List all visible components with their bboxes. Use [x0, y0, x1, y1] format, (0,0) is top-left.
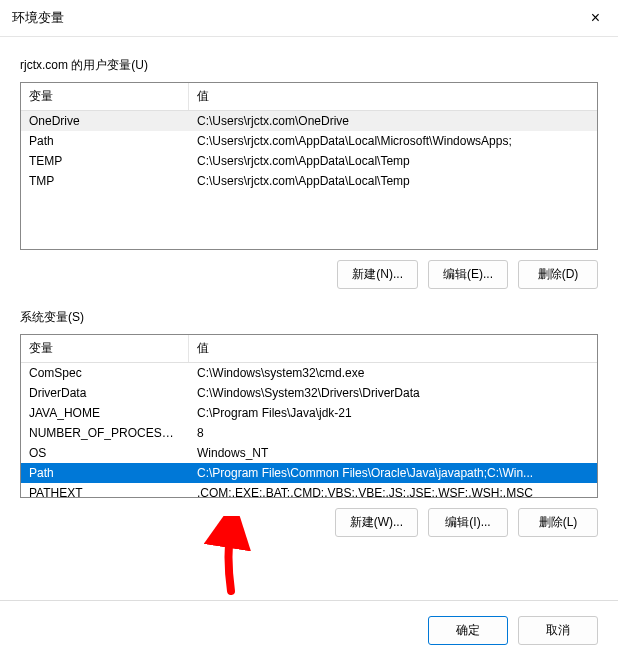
system-buttons: 新建(W)... 编辑(I)... 删除(L)	[20, 508, 598, 537]
close-icon[interactable]: ×	[585, 8, 606, 28]
col-header-value[interactable]: 值	[189, 335, 597, 362]
system-vars-list[interactable]: 变量 值 ComSpec C:\Windows\system32\cmd.exe…	[20, 334, 598, 498]
user-edit-button[interactable]: 编辑(E)...	[428, 260, 508, 289]
cell-name: ComSpec	[21, 365, 189, 381]
table-row[interactable]: TEMP C:\Users\rjctx.com\AppData\Local\Te…	[21, 151, 597, 171]
cell-name: DriverData	[21, 385, 189, 401]
cell-value: C:\Program Files\Java\jdk-21	[189, 405, 597, 421]
table-row[interactable]: Path C:\Users\rjctx.com\AppData\Local\Mi…	[21, 131, 597, 151]
cell-name: PATHEXT	[21, 485, 189, 498]
cell-name: TMP	[21, 173, 189, 189]
cell-name: Path	[21, 465, 189, 481]
cell-name: NUMBER_OF_PROCESSORS	[21, 425, 189, 441]
system-vars-label: 系统变量(S)	[20, 309, 598, 326]
system-edit-button[interactable]: 编辑(I)...	[428, 508, 508, 537]
system-new-button[interactable]: 新建(W)...	[335, 508, 418, 537]
system-delete-button[interactable]: 删除(L)	[518, 508, 598, 537]
cell-value: 8	[189, 425, 597, 441]
cell-value: C:\Users\rjctx.com\AppData\Local\Temp	[189, 153, 597, 169]
system-list-header: 变量 值	[21, 335, 597, 363]
system-list-body: ComSpec C:\Windows\system32\cmd.exe Driv…	[21, 363, 597, 498]
table-row[interactable]: JAVA_HOME C:\Program Files\Java\jdk-21	[21, 403, 597, 423]
cell-name: OS	[21, 445, 189, 461]
table-row-selected[interactable]: Path C:\Program Files\Common Files\Oracl…	[21, 463, 597, 483]
table-row[interactable]: OS Windows_NT	[21, 443, 597, 463]
cell-name: JAVA_HOME	[21, 405, 189, 421]
cell-name: TEMP	[21, 153, 189, 169]
user-buttons: 新建(N)... 编辑(E)... 删除(D)	[20, 260, 598, 289]
dialog-content: rjctx.com 的用户变量(U) 变量 值 OneDrive C:\User…	[0, 37, 618, 567]
separator	[0, 600, 618, 601]
col-header-name[interactable]: 变量	[21, 335, 189, 362]
col-header-value[interactable]: 值	[189, 83, 597, 110]
user-list-header: 变量 值	[21, 83, 597, 111]
table-row[interactable]: TMP C:\Users\rjctx.com\AppData\Local\Tem…	[21, 171, 597, 191]
cell-value: Windows_NT	[189, 445, 597, 461]
table-row[interactable]: PATHEXT .COM;.EXE;.BAT;.CMD;.VBS;.VBE;.J…	[21, 483, 597, 498]
table-row[interactable]: OneDrive C:\Users\rjctx.com\OneDrive	[21, 111, 597, 131]
dialog-buttons: 确定 取消	[428, 616, 598, 645]
cell-name: Path	[21, 133, 189, 149]
cell-value: C:\Users\rjctx.com\OneDrive	[189, 113, 597, 129]
cell-value: C:\Windows\system32\cmd.exe	[189, 365, 597, 381]
user-list-body: OneDrive C:\Users\rjctx.com\OneDrive Pat…	[21, 111, 597, 191]
cell-value: C:\Windows\System32\Drivers\DriverData	[189, 385, 597, 401]
titlebar: 环境变量 ×	[0, 0, 618, 37]
user-new-button[interactable]: 新建(N)...	[337, 260, 418, 289]
user-delete-button[interactable]: 删除(D)	[518, 260, 598, 289]
cell-value: C:\Users\rjctx.com\AppData\Local\Microso…	[189, 133, 597, 149]
cancel-button[interactable]: 取消	[518, 616, 598, 645]
user-vars-list[interactable]: 变量 值 OneDrive C:\Users\rjctx.com\OneDriv…	[20, 82, 598, 250]
user-vars-label: rjctx.com 的用户变量(U)	[20, 57, 598, 74]
col-header-name[interactable]: 变量	[21, 83, 189, 110]
cell-name: OneDrive	[21, 113, 189, 129]
ok-button[interactable]: 确定	[428, 616, 508, 645]
table-row[interactable]: ComSpec C:\Windows\system32\cmd.exe	[21, 363, 597, 383]
cell-value: C:\Program Files\Common Files\Oracle\Jav…	[189, 465, 597, 481]
table-row[interactable]: NUMBER_OF_PROCESSORS 8	[21, 423, 597, 443]
cell-value: C:\Users\rjctx.com\AppData\Local\Temp	[189, 173, 597, 189]
table-row[interactable]: DriverData C:\Windows\System32\Drivers\D…	[21, 383, 597, 403]
cell-value: .COM;.EXE;.BAT;.CMD;.VBS;.VBE;.JS;.JSE;.…	[189, 485, 597, 498]
dialog-title: 环境变量	[12, 9, 64, 27]
